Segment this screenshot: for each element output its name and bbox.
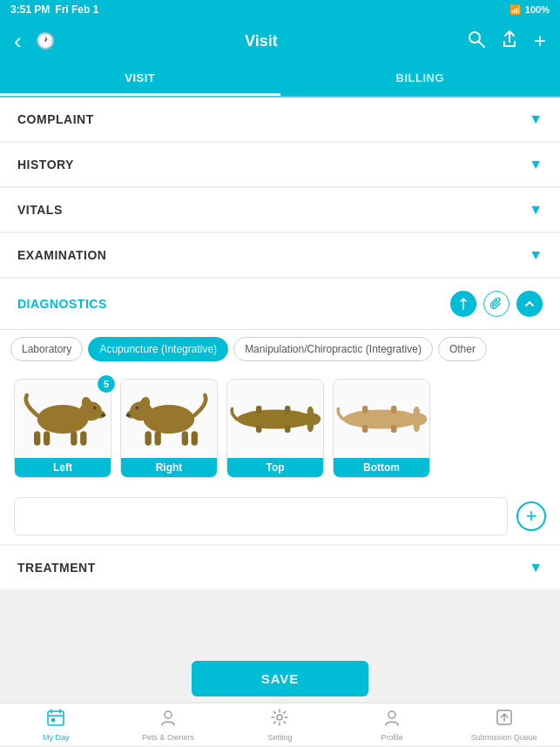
- examination-header[interactable]: EXAMINATION ▼: [0, 233, 560, 277]
- svg-rect-7: [71, 431, 77, 446]
- diagnostics-expand-icon[interactable]: [516, 291, 543, 317]
- svg-rect-29: [256, 424, 261, 432]
- body-view-grid: Left 5: [0, 368, 560, 488]
- tab-billing[interactable]: BILLING: [280, 63, 561, 96]
- setting-icon: [270, 708, 289, 731]
- status-bar: 3:51 PM Fri Feb 1 📶 100%: [0, 0, 560, 19]
- submission-icon: [495, 708, 514, 731]
- svg-rect-27: [285, 424, 290, 432]
- body-view-right-image: [121, 380, 217, 458]
- body-view-bottom-image: [334, 380, 429, 458]
- svg-rect-37: [362, 424, 368, 432]
- svg-point-32: [414, 406, 420, 417]
- add-button[interactable]: +: [534, 29, 546, 53]
- wifi-icon: 📶: [509, 4, 522, 16]
- body-view-bottom-label: Bottom: [334, 458, 429, 477]
- diagnostics-header: DIAGNOSTICS: [0, 279, 560, 329]
- complaint-section: COMPLAINT ▼: [0, 98, 560, 141]
- add-note-button[interactable]: +: [516, 501, 546, 531]
- status-time: 3:51 PM: [10, 3, 50, 16]
- svg-rect-34: [391, 405, 396, 413]
- submission-label: Submission Queue: [471, 733, 537, 742]
- svg-rect-26: [285, 405, 290, 413]
- pets-label: Pets & Owners: [142, 733, 194, 742]
- profile-label: Profile: [381, 733, 403, 742]
- top-tab-bar: VISIT BILLING: [0, 63, 560, 98]
- complaint-chevron: ▼: [529, 111, 543, 127]
- bottom-tab-setting[interactable]: Setting: [224, 703, 336, 745]
- diagnostics-acupuncture-icon[interactable]: [450, 291, 476, 317]
- page-title: Visit: [245, 32, 278, 50]
- svg-rect-16: [145, 431, 152, 446]
- body-view-right-wrapper: Right: [120, 379, 218, 478]
- bottom-tab-submission[interactable]: Submission Queue: [448, 703, 560, 745]
- bottom-tab-myday[interactable]: My Day: [0, 703, 112, 745]
- svg-rect-38: [48, 711, 64, 725]
- svg-rect-36: [362, 405, 368, 413]
- history-button[interactable]: 🕐: [36, 31, 55, 50]
- svg-rect-17: [155, 431, 161, 446]
- save-bar: SAVE: [0, 654, 560, 703]
- battery-text: 100%: [525, 4, 550, 15]
- sub-tab-other[interactable]: Other: [438, 337, 487, 361]
- myday-icon: [46, 708, 65, 731]
- body-view-bottom-wrapper: Bottom: [333, 379, 430, 478]
- sub-tab-acupuncture[interactable]: Acupuncture (Integrative): [88, 337, 228, 361]
- examination-section: EXAMINATION ▼: [0, 233, 560, 277]
- body-view-top[interactable]: Top: [226, 379, 324, 478]
- notes-input[interactable]: [14, 497, 508, 535]
- body-view-top-wrapper: Top: [226, 379, 324, 478]
- bottom-tab-pets[interactable]: Pets & Owners: [112, 703, 225, 745]
- svg-rect-18: [182, 431, 188, 446]
- share-button[interactable]: [501, 30, 518, 52]
- svg-point-10: [101, 414, 106, 417]
- search-button[interactable]: [468, 30, 485, 52]
- sub-tab-bar: Laboratory Acupuncture (Integrative) Man…: [0, 329, 560, 368]
- svg-rect-19: [192, 431, 198, 446]
- diagnostics-attach-icon[interactable]: [483, 291, 509, 317]
- bottom-tab-bar: My Day Pets & Owners Setting Profile: [0, 703, 560, 745]
- save-button[interactable]: SAVE: [192, 661, 369, 697]
- body-view-top-image: [227, 380, 323, 458]
- vitals-header[interactable]: VITALS ▼: [0, 188, 560, 232]
- myday-label: My Day: [43, 733, 70, 742]
- body-view-left-label: Left: [15, 458, 111, 477]
- history-title: HISTORY: [17, 158, 74, 172]
- svg-point-44: [277, 715, 282, 720]
- status-bar-left: 3:51 PM Fri Feb 1: [10, 3, 98, 16]
- treatment-header[interactable]: TREATMENT ▼: [0, 546, 560, 589]
- svg-point-45: [388, 711, 395, 718]
- nav-bar-left: ‹ 🕐: [14, 28, 55, 55]
- treatment-section: TREATMENT ▼: [0, 546, 560, 589]
- pets-icon: [159, 708, 178, 731]
- setting-label: Setting: [267, 733, 292, 742]
- sub-tab-laboratory[interactable]: Laboratory: [10, 337, 83, 361]
- body-view-left-wrapper: Left 5: [14, 379, 111, 478]
- sub-tab-manipulation[interactable]: Manipulation/Chiropractic (Integrative): [233, 337, 433, 361]
- nav-bar: ‹ 🕐 Visit +: [0, 19, 560, 63]
- body-view-left[interactable]: Left: [14, 379, 111, 478]
- nav-bar-right: +: [468, 29, 546, 53]
- svg-rect-8: [44, 431, 50, 446]
- bottom-tab-profile[interactable]: Profile: [336, 703, 449, 745]
- svg-point-24: [307, 406, 314, 417]
- back-button[interactable]: ‹: [14, 28, 22, 55]
- diagnostics-title: DIAGNOSTICS: [17, 297, 107, 311]
- history-header[interactable]: HISTORY ▼: [0, 143, 560, 186]
- svg-point-20: [126, 414, 132, 417]
- svg-point-33: [414, 421, 420, 432]
- text-input-row: +: [0, 488, 560, 544]
- svg-point-25: [307, 421, 314, 432]
- status-date: Fri Feb 1: [55, 3, 98, 16]
- svg-rect-35: [391, 424, 396, 432]
- examination-title: EXAMINATION: [17, 248, 106, 262]
- body-view-left-badge: 5: [98, 375, 115, 393]
- complaint-header[interactable]: COMPLAINT ▼: [0, 98, 560, 141]
- body-view-bottom[interactable]: Bottom: [333, 379, 430, 478]
- diagnostics-section: DIAGNOSTICS: [0, 279, 560, 544]
- tab-visit[interactable]: VISIT: [0, 63, 280, 96]
- diagnostics-action-icons: [450, 291, 543, 317]
- body-view-right[interactable]: Right: [120, 379, 218, 478]
- svg-point-43: [165, 711, 172, 718]
- status-bar-right: 📶 100%: [509, 4, 550, 16]
